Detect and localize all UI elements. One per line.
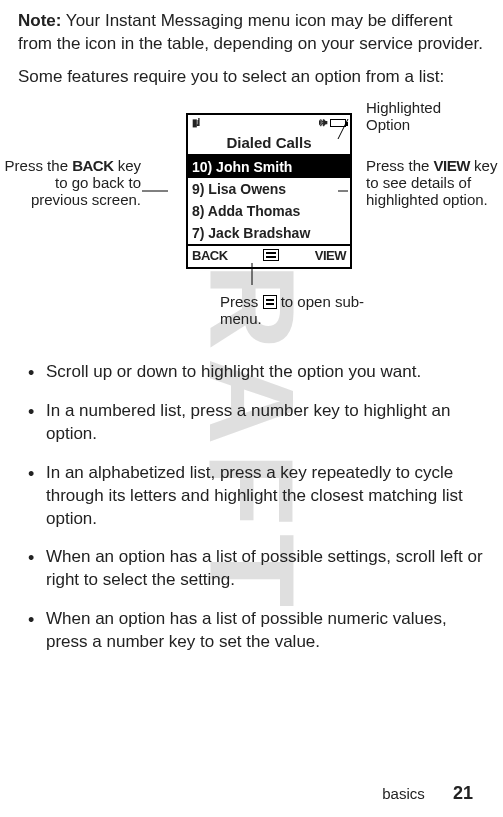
list-item: 7) Jack Bradshaw [188,222,350,244]
bullet-item: In an alphabetized list, press a key rep… [18,462,485,531]
signal-icon: ▮.ıl [192,116,198,130]
footer-section: basics [382,785,425,802]
screen-title: Dialed Calls [188,131,350,156]
list-item: 10) John Smith [188,156,350,178]
status-bar: ▮.ıl 🕪 [188,115,350,131]
note-body: Your Instant Messaging menu icon may be … [18,11,483,53]
bullet-list: Scroll up or down to highlight the optio… [18,361,485,654]
annotation-highlighted: Highlighted Option [366,99,486,134]
phone-diagram: ▮.ıl 🕪 Dialed Calls 10) John Smith 9) Li… [18,97,485,347]
bullet-item: Scroll up or down to highlight the optio… [18,361,485,384]
phone-screen: ▮.ıl 🕪 Dialed Calls 10) John Smith 9) Li… [186,113,352,269]
annotation-back: Press the BACK key to go back to previou… [1,157,141,209]
annotation-view: Press the VIEW key to see details of hig… [366,157,503,209]
annotation-submenu: Press to open sub-menu. [220,293,390,328]
note-paragraph: Note: Your Instant Messaging menu icon m… [18,10,485,56]
intro-paragraph: Some features require you to select an o… [18,66,485,89]
softkey-view: VIEW [315,247,346,265]
note-label: Note: [18,11,61,30]
menu-key-icon [263,295,277,309]
softkey-back: BACK [192,247,228,265]
list-item: 9) Lisa Owens [188,178,350,200]
softkey-row: BACK VIEW [188,244,350,265]
page-number: 21 [453,783,473,803]
list-item: 8) Adda Thomas [188,200,350,222]
bullet-item: When an option has a list of possible se… [18,546,485,592]
bullet-item: When an option has a list of possible nu… [18,608,485,654]
menu-icon [263,249,279,261]
page-footer: basics 21 [382,781,473,805]
bullet-item: In a numbered list, press a number key t… [18,400,485,446]
sound-icon: 🕪 [318,116,328,130]
battery-icon [330,119,346,127]
